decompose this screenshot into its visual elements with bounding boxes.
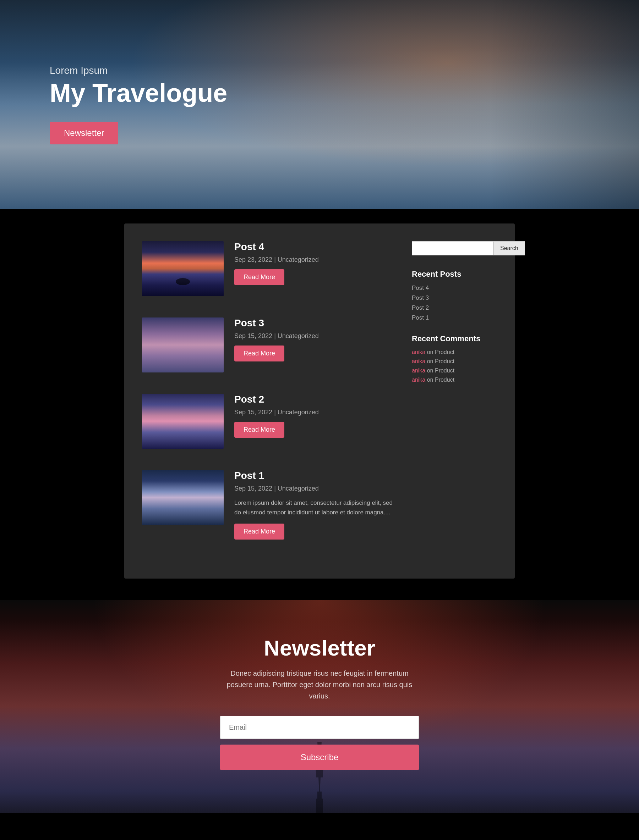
recent-comments-section: Recent Comments anika on Product anika o… <box>412 334 497 383</box>
post-1-info: Post 1 Sep 15, 2022 | Uncategorized Lore… <box>234 470 394 540</box>
content-box: Post 4 Sep 23, 2022 | Uncategorized Read… <box>124 223 515 578</box>
post-item: Post 3 Sep 15, 2022 | Uncategorized Read… <box>142 317 394 372</box>
post-1-title: Post 1 <box>234 470 394 481</box>
post-4-info: Post 4 Sep 23, 2022 | Uncategorized Read… <box>234 241 394 285</box>
post-4-read-more[interactable]: Read More <box>234 269 285 285</box>
post-2-meta: Sep 15, 2022 | Uncategorized <box>234 409 394 416</box>
post-3-thumbnail <box>142 317 224 372</box>
post-2-thumbnail <box>142 394 224 449</box>
post-item: Post 2 Sep 15, 2022 | Uncategorized Read… <box>142 394 394 449</box>
hero-subtitle: Lorem Ipsum <box>50 65 639 76</box>
post-4-title: Post 4 <box>234 241 394 252</box>
post-2-info: Post 2 Sep 15, 2022 | Uncategorized Read… <box>234 394 394 438</box>
post-4-thumbnail <box>142 241 224 296</box>
post-3-title: Post 3 <box>234 317 394 329</box>
post-1-thumbnail <box>142 470 224 525</box>
search-box: Search <box>412 241 497 255</box>
hero-section: Lorem Ipsum My Travelogue Newsletter <box>0 0 639 209</box>
sidebar-recent-post-3[interactable]: Post 3 <box>412 295 497 301</box>
search-button[interactable]: Search <box>493 241 525 255</box>
search-input[interactable] <box>412 241 493 255</box>
post-3-meta: Sep 15, 2022 | Uncategorized <box>234 332 394 340</box>
content-layout: Post 4 Sep 23, 2022 | Uncategorized Read… <box>142 241 497 561</box>
post-1-meta: Sep 15, 2022 | Uncategorized <box>234 485 394 492</box>
sidebar-recent-post-4[interactable]: Post 4 <box>412 284 497 292</box>
comment-item: anika on Product <box>412 349 497 355</box>
comment-item: anika on Product <box>412 358 497 365</box>
post-item: Post 1 Sep 15, 2022 | Uncategorized Lore… <box>142 470 394 540</box>
sidebar: Search Recent Posts Post 4 Post 3 Post 2… <box>412 241 497 561</box>
subscribe-button[interactable]: Subscribe <box>220 745 419 770</box>
post-1-excerpt: Lorem ipsum dolor sit amet, consectetur … <box>234 498 394 517</box>
newsletter-content: Newsletter Donec adipiscing tristique ri… <box>213 635 426 770</box>
main-wrapper: Post 4 Sep 23, 2022 | Uncategorized Read… <box>0 209 639 600</box>
post-3-read-more[interactable]: Read More <box>234 346 285 361</box>
newsletter-section: Newsletter Donec adipiscing tristique ri… <box>0 600 639 813</box>
post-4-meta: Sep 23, 2022 | Uncategorized <box>234 256 394 263</box>
post-3-info: Post 3 Sep 15, 2022 | Uncategorized Read… <box>234 317 394 361</box>
sidebar-recent-post-2[interactable]: Post 2 <box>412 304 497 311</box>
sidebar-recent-post-1[interactable]: Post 1 <box>412 314 497 322</box>
hero-content: Lorem Ipsum My Travelogue Newsletter <box>50 65 639 144</box>
newsletter-email-input[interactable] <box>220 716 419 739</box>
recent-posts-heading: Recent Posts <box>412 269 497 279</box>
recent-comments-heading: Recent Comments <box>412 334 497 343</box>
posts-column: Post 4 Sep 23, 2022 | Uncategorized Read… <box>142 241 394 561</box>
newsletter-hero-button[interactable]: Newsletter <box>50 122 118 144</box>
post-1-read-more[interactable]: Read More <box>234 524 285 540</box>
post-item: Post 4 Sep 23, 2022 | Uncategorized Read… <box>142 241 394 296</box>
newsletter-title: Newsletter <box>220 635 419 661</box>
hero-title: My Travelogue <box>50 79 639 107</box>
post-2-title: Post 2 <box>234 394 394 405</box>
comment-item: anika on Product <box>412 368 497 374</box>
post-2-read-more[interactable]: Read More <box>234 422 285 438</box>
newsletter-description: Donec adipiscing tristique risus nec feu… <box>220 667 419 702</box>
comment-item: anika on Product <box>412 377 497 383</box>
recent-posts-section: Recent Posts Post 4 Post 3 Post 2 Post 1 <box>412 269 497 322</box>
